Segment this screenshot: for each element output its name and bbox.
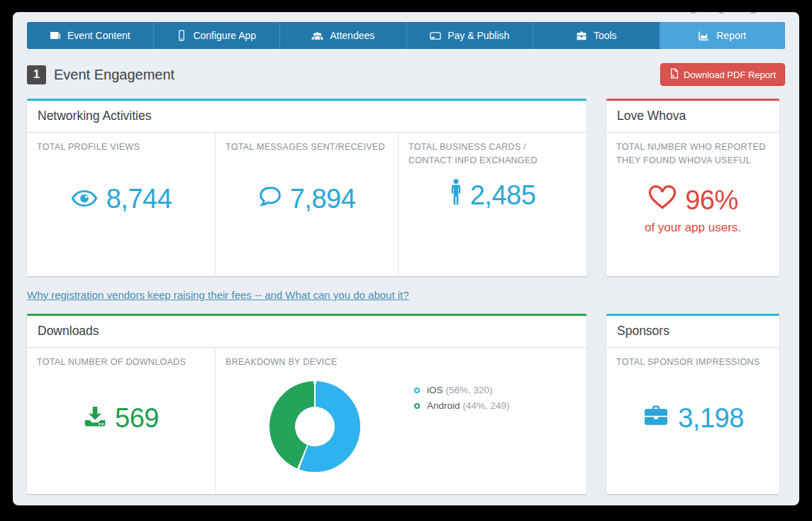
tab-label: Report <box>716 30 746 41</box>
legend-detail: (44%, 249) <box>463 400 510 411</box>
downloads-card: Downloads TOTAL NUMBER OF DOWNLOADS 569 … <box>27 314 586 494</box>
stat-label: TOTAL SPONSOR IMPRESSIONS <box>616 356 769 369</box>
stat-label: TOTAL PROFILE VIEWS <box>37 141 205 154</box>
app-window: Event Content Configure App Attendees Pa… <box>13 12 799 505</box>
promo-row: Why registration vendors keep raising th… <box>27 289 785 304</box>
button-label: Download PDF Report <box>684 70 776 80</box>
legend-name: Android <box>427 400 460 411</box>
person-icon <box>450 178 462 213</box>
page-title: Event Engagement <box>54 67 174 83</box>
download-icon <box>83 403 107 434</box>
stat-value: 8,744 <box>106 184 172 214</box>
credit-card-icon <box>430 31 441 41</box>
briefcase-icon <box>576 31 587 41</box>
tab-configure-app[interactable]: Configure App <box>153 22 280 49</box>
users-icon <box>311 31 323 41</box>
card-title: Downloads <box>27 316 586 348</box>
chart-legend: iOS(56%, 320) Android(44%, 249) <box>414 385 510 416</box>
stat-value: 7,894 <box>290 184 356 214</box>
stat-subtext: of your app users. <box>606 221 779 235</box>
stat-label: TOTAL BUSINESS CARDS / CONTACT INFO EXCH… <box>408 141 564 168</box>
ios-legend-marker-icon <box>414 388 420 393</box>
tab-tools[interactable]: Tools <box>533 22 660 49</box>
tab-label: Pay & Publish <box>447 30 509 41</box>
tab-label: Attendees <box>330 30 374 41</box>
legend-item-android[interactable]: Android(44%, 249) <box>414 400 510 411</box>
stat-value: 2,485 <box>470 180 536 211</box>
tab-attendees[interactable]: Attendees <box>279 22 406 49</box>
card-title: Love Whova <box>606 101 779 133</box>
stat-profile-views: TOTAL PROFILE VIEWS 8,744 <box>27 133 215 276</box>
pdf-file-icon <box>669 68 679 81</box>
stat-label: TOTAL NUMBER OF DOWNLOADS <box>37 356 205 369</box>
stat-label: BREAKDOWN BY DEVICE <box>226 356 577 369</box>
newspaper-icon <box>50 30 61 41</box>
section-number-badge: 1 <box>27 65 46 84</box>
android-legend-marker-icon <box>414 403 420 409</box>
legend-item-ios[interactable]: iOS(56%, 320) <box>414 385 510 395</box>
download-pdf-report-button[interactable]: Download PDF Report <box>660 63 785 86</box>
stat-business-cards: TOTAL BUSINESS CARDS / CONTACT INFO EXCH… <box>398 133 586 276</box>
tab-event-content[interactable]: Event Content <box>27 22 153 49</box>
stat-label: TOTAL NUMBER WHO REPORTED THEY FOUND WHO… <box>616 141 769 168</box>
stat-value: 3,198 <box>678 403 744 434</box>
stat-messages: TOTAL MESSAGES SENT/RECEIVED 7,894 <box>215 133 398 276</box>
area-chart-icon <box>698 31 710 41</box>
networking-activities-card: Networking Activities TOTAL PROFILE VIEW… <box>27 99 586 276</box>
card-title: Sponsors <box>606 316 779 348</box>
tab-label: Event Content <box>67 30 130 41</box>
mobile-icon <box>177 30 187 41</box>
main-nav: Event Content Configure App Attendees Pa… <box>27 22 785 49</box>
page-header: 1 Event Engagement Download PDF Report <box>27 64 785 85</box>
eye-icon <box>70 184 99 214</box>
stat-total-downloads: TOTAL NUMBER OF DOWNLOADS 569 <box>27 348 215 494</box>
stat-value: 569 <box>115 403 159 434</box>
sponsor-briefcase-icon <box>642 403 670 434</box>
legend-name: iOS <box>427 385 443 395</box>
tab-label: Tools <box>594 30 617 41</box>
stat-value: 96% <box>685 185 738 216</box>
heart-icon <box>647 184 677 216</box>
chat-bubble-icon <box>258 184 282 214</box>
tab-pay-publish[interactable]: Pay & Publish <box>406 22 533 49</box>
device-breakdown-panel: BREAKDOWN BY DEVICE iOS(56%, 320) Androi… <box>215 348 586 494</box>
tab-label: Configure App <box>193 30 256 41</box>
tab-report[interactable]: Report <box>660 22 786 49</box>
registration-fees-link[interactable]: Why registration vendors keep raising th… <box>27 289 409 301</box>
sponsors-card: Sponsors TOTAL SPONSOR IMPRESSIONS 3,198 <box>606 314 779 494</box>
device-donut-chart[interactable] <box>269 381 360 472</box>
love-whova-card: Love Whova TOTAL NUMBER WHO REPORTED THE… <box>606 99 779 276</box>
legend-detail: (56%, 320) <box>446 385 493 395</box>
card-title: Networking Activities <box>27 101 586 133</box>
stat-label: TOTAL MESSAGES SENT/RECEIVED <box>226 141 388 154</box>
